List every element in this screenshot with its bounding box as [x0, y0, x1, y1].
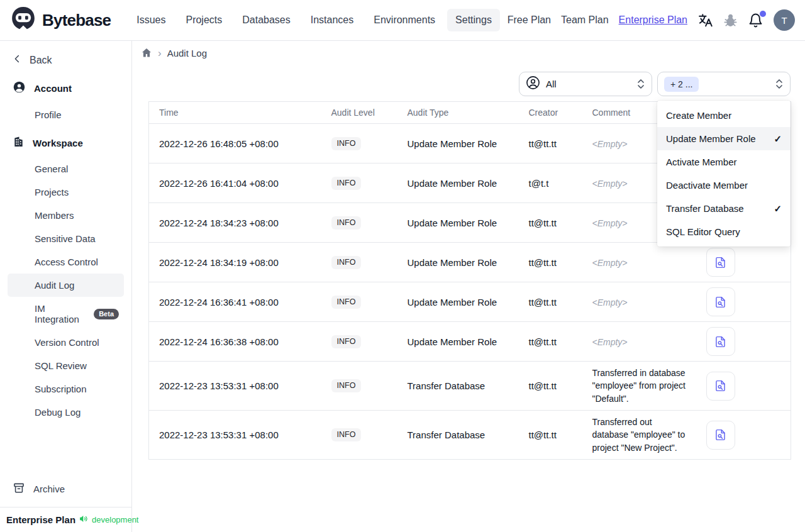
brand-name: Bytebase	[42, 11, 111, 30]
sidebar-item-version-control[interactable]: Version Control	[8, 331, 124, 354]
sidebar-item-members[interactable]: Members	[8, 204, 124, 227]
cell-time: 2022-12-23 13:53:31 +08:00	[149, 411, 321, 460]
cell-creator: tt@tt.tt	[519, 243, 582, 282]
creator-filter-value: All	[546, 79, 557, 89]
table-row: 2022-12-24 16:36:41 +08:00 INFO Update M…	[149, 282, 791, 322]
view-log-detail-button[interactable]	[706, 372, 735, 401]
sidebar-item-profile[interactable]: Profile	[8, 103, 124, 126]
bytebase-logo[interactable]: Bytebase	[10, 6, 111, 35]
audit-level-badge: INFO	[331, 137, 362, 150]
sidebar-item-sensitive-data[interactable]: Sensitive Data	[8, 227, 124, 250]
cell-comment: <Empty>	[592, 179, 628, 189]
cell-audit-type: Update Member Role	[397, 203, 519, 243]
sidebar-item-debug-log[interactable]: Debug Log	[8, 401, 124, 424]
menu-item-label: Activate Member	[666, 157, 737, 167]
nav-link-instances[interactable]: Instances	[303, 9, 362, 31]
bytebase-logo-icon	[10, 6, 36, 35]
user-circle-icon	[13, 80, 26, 96]
nav-link-issues[interactable]: Issues	[128, 9, 174, 31]
cell-audit-type: Update Member Role	[397, 282, 519, 322]
settings-sidebar: Back Account Profile	[0, 41, 132, 532]
menu-item-create-member[interactable]: Create Member	[657, 104, 791, 127]
creator-filter-select[interactable]: All	[519, 72, 652, 96]
current-plan-label: Enterprise Plan	[6, 514, 75, 525]
im-integration-label: IM Integration	[35, 303, 89, 324]
view-log-detail-button[interactable]	[706, 248, 735, 277]
menu-item-transfer-database[interactable]: Transfer Database ✓	[657, 197, 791, 220]
table-row: 2022-12-23 13:53:31 +08:00 INFO Transfer…	[149, 362, 791, 411]
main-content: › Audit Log All + 2 ...	[132, 41, 805, 532]
bug-icon[interactable]	[723, 13, 738, 28]
workspace-section-label: Workspace	[33, 138, 83, 148]
audit-level-badge: INFO	[331, 177, 362, 190]
view-log-detail-button[interactable]	[706, 327, 735, 356]
column-header-audit-level: Audit Level	[321, 102, 397, 124]
view-log-detail-button[interactable]	[706, 287, 735, 316]
audit-level-badge: INFO	[331, 335, 362, 348]
cell-audit-type: Update Member Role	[397, 243, 519, 282]
translate-icon[interactable]	[697, 13, 713, 28]
chevron-left-icon	[13, 54, 22, 66]
cell-audit-type: Update Member Role	[397, 322, 519, 362]
avatar[interactable]: T	[774, 9, 795, 31]
nav-link-projects[interactable]: Projects	[177, 9, 230, 31]
cell-time: 2022-12-26 16:48:05 +08:00	[149, 124, 321, 163]
archive-label: Archive	[33, 484, 65, 494]
archive-button[interactable]: Archive	[0, 475, 131, 502]
sidebar-item-im-integration[interactable]: IM Integration Beta	[8, 297, 124, 331]
menu-item-activate-member[interactable]: Activate Member	[657, 150, 791, 174]
user-circle-outline-icon	[526, 75, 540, 92]
nav-link-environments[interactable]: Environments	[365, 9, 443, 31]
cell-creator: tt@tt.tt	[519, 362, 582, 411]
check-icon: ✓	[774, 203, 782, 214]
menu-item-label: Create Member	[666, 110, 731, 121]
cell-comment: Transferred in database "employee" from …	[592, 368, 686, 404]
notification-dot	[760, 11, 766, 17]
sidebar-item-subscription[interactable]: Subscription	[8, 377, 124, 401]
enterprise-plan-link[interactable]: Enterprise Plan	[619, 14, 687, 26]
nav-link-databases[interactable]: Databases	[234, 9, 299, 31]
cell-time: 2022-12-24 18:34:23 +08:00	[149, 203, 321, 243]
cell-comment: <Empty>	[592, 218, 628, 228]
beta-badge: Beta	[94, 309, 119, 319]
building-icon	[13, 136, 25, 150]
navbar-right: Free Plan Team Plan Enterprise Plan T	[508, 9, 795, 31]
table-row: 2022-12-23 13:53:31 +08:00 INFO Transfer…	[149, 411, 791, 460]
sidebar-item-audit-log[interactable]: Audit Log	[8, 274, 124, 297]
cell-time: 2022-12-24 18:34:19 +08:00	[149, 243, 321, 282]
audit-level-badge: INFO	[331, 379, 362, 392]
audit-level-badge: INFO	[331, 428, 362, 441]
account-section-label: Account	[34, 83, 72, 94]
sidebar-item-sql-review[interactable]: SQL Review	[8, 354, 124, 377]
free-plan-link[interactable]: Free Plan	[508, 14, 551, 26]
sidebar-item-access-control[interactable]: Access Control	[8, 250, 124, 274]
main-nav: Issues Projects Databases Instances Envi…	[128, 9, 500, 31]
menu-item-update-member-role[interactable]: Update Member Role ✓	[657, 127, 791, 150]
view-log-detail-button[interactable]	[706, 421, 735, 450]
cell-comment: <Empty>	[592, 297, 628, 308]
cell-comment: Transferred out database "employee" to p…	[592, 417, 686, 453]
cell-time: 2022-12-24 16:36:38 +08:00	[149, 322, 321, 362]
chevron-up-down-icon	[636, 78, 645, 90]
sidebar-item-general[interactable]: General	[8, 157, 124, 180]
team-plan-link[interactable]: Team Plan	[561, 14, 609, 26]
back-button[interactable]: Back	[0, 41, 131, 72]
menu-item-label: Update Member Role	[666, 133, 756, 144]
audit-type-filter-value: + 2 ...	[664, 77, 699, 92]
column-header-audit-type: Audit Type	[397, 102, 519, 124]
cell-time: 2022-12-26 16:41:04 +08:00	[149, 163, 321, 203]
menu-item-deactivate-member[interactable]: Deactivate Member	[657, 174, 791, 197]
audit-level-badge: INFO	[331, 256, 362, 269]
cell-audit-type: Update Member Role	[397, 124, 519, 163]
archive-icon	[13, 482, 25, 496]
home-icon[interactable]	[141, 47, 152, 58]
cell-time: 2022-12-24 16:36:41 +08:00	[149, 282, 321, 322]
sidebar-item-projects[interactable]: Projects	[8, 180, 124, 204]
bell-icon[interactable]	[748, 13, 763, 28]
nav-link-settings[interactable]: Settings	[447, 9, 500, 31]
audit-type-filter-select[interactable]: + 2 ...	[657, 72, 791, 96]
menu-item-sql-editor-query[interactable]: SQL Editor Query	[657, 220, 791, 243]
back-label: Back	[30, 55, 52, 66]
menu-item-label: SQL Editor Query	[666, 226, 740, 237]
cell-audit-type: Transfer Database	[397, 362, 519, 411]
